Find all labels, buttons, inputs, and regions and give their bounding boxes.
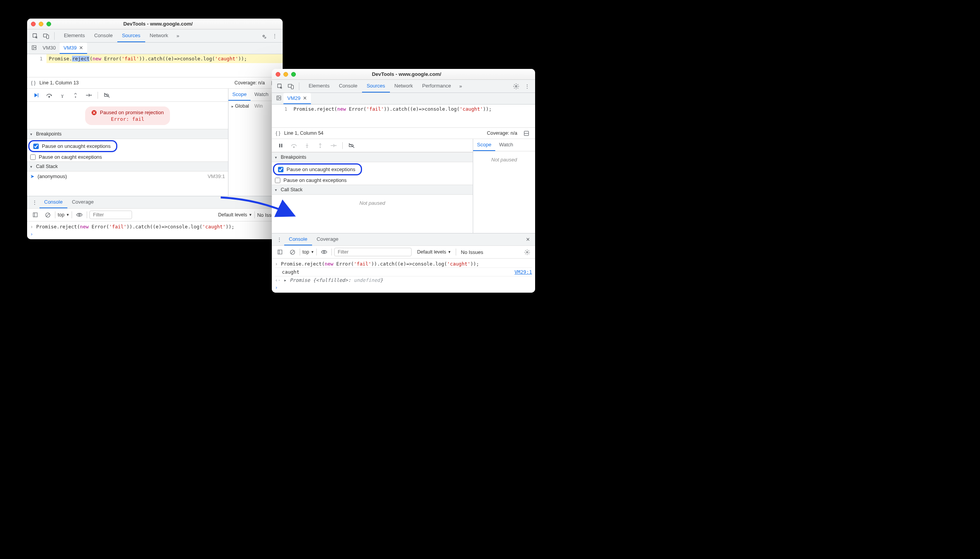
clear-console-icon[interactable] — [43, 210, 53, 220]
callstack-section-header[interactable]: Call Stack — [27, 161, 228, 171]
clear-console-icon[interactable] — [287, 247, 297, 257]
source-editor[interactable]: 1 Promise.reject(new Error('fail')).catc… — [272, 105, 535, 113]
console-filter-input[interactable] — [334, 248, 412, 256]
main-tab-bar: Elements Console Sources Network Perform… — [272, 80, 535, 93]
breakpoints-section-header[interactable]: Breakpoints — [27, 129, 228, 139]
device-toggle-icon[interactable] — [41, 31, 51, 41]
step-button[interactable] — [328, 141, 339, 151]
minimize-window-button[interactable] — [283, 72, 288, 77]
console-sidebar-toggle-icon[interactable] — [275, 247, 285, 257]
devtools-window-right: DevTools - www.google.com/ Elements Cons… — [272, 69, 535, 293]
more-tabs-icon[interactable]: » — [456, 81, 466, 91]
drawer-tab-coverage[interactable]: Coverage — [67, 196, 98, 208]
deactivate-breakpoints-button[interactable] — [101, 90, 113, 100]
drawer-tab-console[interactable]: Console — [39, 196, 67, 208]
source-link[interactable]: VM29:1 — [515, 269, 532, 275]
step-button[interactable] — [83, 90, 94, 100]
format-icon[interactable]: { } — [31, 80, 36, 86]
zoom-window-button[interactable] — [291, 72, 296, 77]
console-output[interactable]: › Promise.reject(new Error('fail')).catc… — [272, 259, 535, 293]
file-tab-vm29[interactable]: VM29 ✕ — [283, 93, 311, 104]
console-prompt-line[interactable]: › — [30, 230, 280, 238]
scope-tab[interactable]: Scope — [228, 89, 251, 101]
close-window-button[interactable] — [276, 72, 280, 77]
more-options-icon[interactable]: ⋮ — [522, 81, 532, 91]
tab-console[interactable]: Console — [334, 80, 362, 93]
console-sidebar-toggle-icon[interactable] — [30, 210, 40, 220]
minimize-window-button[interactable] — [39, 22, 43, 26]
close-window-button[interactable] — [31, 22, 36, 26]
log-levels-selector[interactable]: Default levels ▼ — [218, 212, 252, 218]
pause-caught-checkbox[interactable]: Pause on caught exceptions — [27, 153, 228, 161]
file-tab-vm30[interactable]: VM30 — [39, 43, 60, 54]
inspect-icon[interactable] — [30, 31, 40, 41]
console-settings-icon[interactable] — [522, 247, 532, 257]
live-expression-icon[interactable] — [319, 247, 329, 257]
watch-tab[interactable]: Watch — [251, 89, 272, 101]
log-levels-selector[interactable]: Default levels ▼ — [417, 249, 451, 255]
pause-uncaught-checkbox[interactable]: Pause on uncaught exceptions — [275, 165, 359, 174]
tab-elements[interactable]: Elements — [304, 80, 334, 93]
tab-network[interactable]: Network — [390, 80, 418, 93]
line-number: 1 — [272, 105, 291, 113]
code-line[interactable]: Promise.reject(new Error('fail')).catch(… — [46, 54, 283, 63]
svg-rect-17 — [291, 85, 293, 89]
scope-tab[interactable]: Scope — [473, 139, 495, 151]
watch-tab[interactable]: Watch — [495, 139, 517, 151]
live-expression-icon[interactable] — [74, 210, 84, 220]
console-output[interactable]: › Promise.reject(new Error('fail')).catc… — [27, 221, 283, 239]
breakpoints-section-header[interactable]: Breakpoints — [272, 152, 473, 162]
close-drawer-icon[interactable]: ✕ — [523, 235, 533, 245]
svg-point-30 — [526, 251, 528, 253]
step-into-button[interactable] — [301, 141, 313, 151]
source-editor[interactable]: 1 Promise.reject(new Error('fail')).catc… — [27, 54, 283, 63]
pause-uncaught-checkbox[interactable]: Pause on uncaught exceptions — [30, 142, 114, 151]
tab-network[interactable]: Network — [145, 29, 173, 42]
context-selector[interactable]: top ▼ — [302, 249, 314, 255]
step-out-button[interactable] — [70, 90, 81, 100]
step-out-button[interactable] — [314, 141, 326, 151]
device-toggle-icon[interactable] — [286, 81, 296, 91]
debugger-panes: Breakpoints Pause on uncaught exceptions… — [272, 139, 535, 233]
coverage-toggle-icon[interactable] — [521, 128, 531, 138]
step-over-button[interactable] — [288, 141, 300, 151]
more-tabs-icon[interactable]: » — [173, 31, 183, 41]
navigator-toggle-icon[interactable] — [274, 93, 283, 103]
console-filter-input[interactable] — [89, 211, 132, 219]
issues-button[interactable]: No Issues — [461, 249, 483, 255]
step-into-button[interactable] — [57, 90, 68, 100]
console-prompt-line[interactable]: › — [275, 284, 532, 291]
navigator-toggle-icon[interactable] — [29, 43, 39, 53]
drawer-more-icon[interactable]: ⋮ — [274, 235, 284, 245]
pause-button[interactable] — [275, 141, 287, 151]
svg-point-29 — [323, 251, 325, 253]
scope-global-row[interactable]: Global — [232, 103, 249, 109]
drawer-more-icon[interactable]: ⋮ — [29, 197, 39, 207]
resume-button[interactable] — [30, 90, 42, 100]
settings-icon[interactable] — [511, 81, 521, 91]
close-icon[interactable]: ✕ — [79, 45, 83, 51]
step-over-button[interactable] — [43, 90, 55, 100]
file-tab-bar: VM30 VM39 ✕ — [27, 43, 283, 54]
tab-elements[interactable]: Elements — [59, 29, 89, 42]
call-frame[interactable]: ➤ (anonymous) VM39:1 — [27, 171, 228, 181]
inspect-icon[interactable] — [275, 81, 285, 91]
tab-sources[interactable]: Sources — [362, 80, 390, 93]
settings-icon[interactable] — [259, 31, 269, 41]
tab-performance[interactable]: Performance — [417, 80, 455, 93]
callstack-section-header[interactable]: Call Stack — [272, 185, 473, 195]
context-selector[interactable]: top ▼ — [58, 212, 69, 218]
zoom-window-button[interactable] — [46, 22, 51, 26]
tab-console[interactable]: Console — [89, 29, 117, 42]
drawer-tab-console[interactable]: Console — [284, 233, 312, 245]
pause-caught-checkbox[interactable]: Pause on caught exceptions — [272, 176, 473, 185]
code-line[interactable]: Promise.reject(new Error('fail')).catch(… — [291, 105, 535, 113]
more-options-icon[interactable]: ⋮ — [269, 31, 280, 41]
deactivate-breakpoints-button[interactable] — [346, 141, 357, 151]
file-tab-bar: VM29 ✕ — [272, 93, 535, 105]
drawer-tab-coverage[interactable]: Coverage — [312, 233, 343, 245]
close-icon[interactable]: ✕ — [303, 95, 307, 101]
tab-sources[interactable]: Sources — [117, 29, 145, 42]
file-tab-vm39[interactable]: VM39 ✕ — [60, 43, 87, 54]
format-icon[interactable]: { } — [276, 130, 280, 136]
